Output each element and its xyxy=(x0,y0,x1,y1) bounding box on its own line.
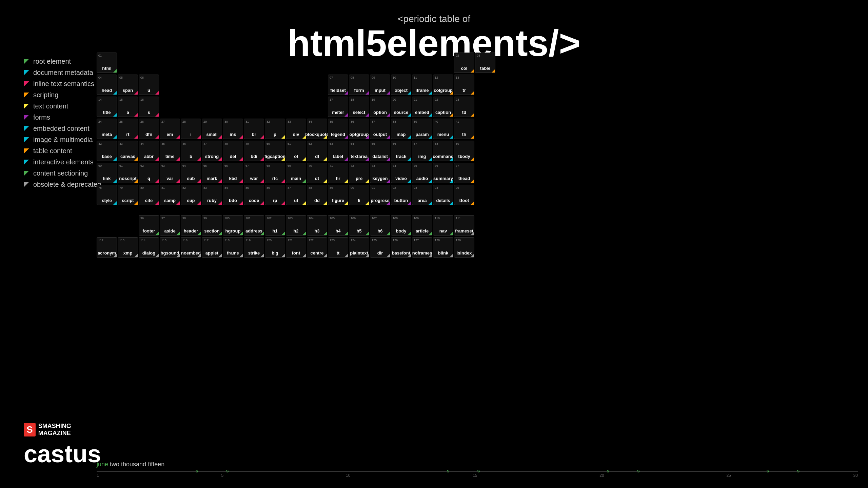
element-number: 97 xyxy=(161,217,165,220)
element-number: 10 xyxy=(393,76,396,79)
element-corner xyxy=(134,201,138,205)
element-cell-head: 04head xyxy=(97,75,117,95)
element-number: 71 xyxy=(330,164,333,167)
element-cell-dfn: 26dfn xyxy=(139,119,159,139)
element-corner xyxy=(429,135,432,139)
element-cell-font: 121font xyxy=(286,237,306,258)
element-number: 15 xyxy=(119,98,123,101)
legend-label: table content xyxy=(33,147,72,155)
element-corner xyxy=(281,135,285,139)
element-number: 116 xyxy=(182,239,188,242)
element-number: 88 xyxy=(309,186,312,189)
element-cell-ul: 87ul xyxy=(286,185,306,205)
element-corner xyxy=(323,157,327,161)
element-name: p xyxy=(274,132,276,137)
element-cell-mark: 65mark xyxy=(202,163,222,183)
element-name: ins xyxy=(230,132,236,137)
element-number: 31 xyxy=(245,120,249,123)
element-cell-legend: 35legend xyxy=(328,119,348,139)
element-corner xyxy=(344,113,348,117)
element-cell-link: 60link xyxy=(97,163,117,183)
legend-color-interactive xyxy=(24,160,29,165)
legend-color-obsolete xyxy=(24,182,29,187)
element-name: ol xyxy=(294,154,298,159)
element-name: span xyxy=(123,88,133,93)
element-corner xyxy=(260,179,264,183)
element-corner xyxy=(366,232,369,235)
element-corner xyxy=(113,135,117,139)
element-number: 69 xyxy=(288,164,291,167)
element-corner xyxy=(113,179,117,183)
s-marker: s xyxy=(226,468,229,473)
element-number: 101 xyxy=(245,217,251,220)
element-name: br xyxy=(252,132,256,137)
element-name: param xyxy=(415,132,429,137)
element-number: 124 xyxy=(351,239,356,242)
element-corner xyxy=(197,157,201,161)
element-cell-h6: 107h6 xyxy=(370,215,390,236)
element-cell-script: 79script xyxy=(118,185,138,205)
element-cell-sub: 64sub xyxy=(181,163,201,183)
element-cell-rp: 86rp xyxy=(265,185,285,205)
element-number: 110 xyxy=(435,217,440,220)
element-cell-keygen: 73keygen xyxy=(370,163,390,183)
element-cell-rtc: 68rtc xyxy=(265,163,285,183)
element-name: u xyxy=(147,88,150,93)
element-name: keygen xyxy=(373,176,388,181)
legend-label: interactive elements xyxy=(33,158,94,166)
element-cell-area: 93area xyxy=(412,185,432,205)
s-marker: s xyxy=(607,468,609,473)
element-number: 57 xyxy=(414,142,417,145)
element-name: embed xyxy=(415,110,429,115)
element-number: 41 xyxy=(456,120,459,123)
element-name: dd xyxy=(314,198,320,203)
element-corner xyxy=(113,91,117,95)
element-corner xyxy=(387,201,390,205)
element-name: i xyxy=(190,132,192,137)
element-number: 43 xyxy=(119,142,123,145)
element-number: 35 xyxy=(330,120,333,123)
element-corner xyxy=(134,91,138,95)
legend-label: text content xyxy=(33,102,68,110)
element-corner xyxy=(239,201,243,205)
element-corner xyxy=(471,179,474,183)
element-corner xyxy=(260,157,264,161)
element-name: centre xyxy=(310,251,323,255)
element-name: h4 xyxy=(335,229,340,233)
element-cell-div: 33div xyxy=(286,119,306,139)
element-number: 77 xyxy=(456,164,459,167)
element-cell-u: 06u xyxy=(139,75,159,95)
legend-label: inline text semantics xyxy=(33,80,94,88)
element-number: 48 xyxy=(224,142,228,145)
element-corner xyxy=(323,135,327,139)
element-corner xyxy=(387,254,390,257)
element-corner xyxy=(302,157,306,161)
element-name: map xyxy=(397,132,406,137)
element-name: input xyxy=(375,88,386,93)
element-cell-dl: 52dl xyxy=(307,141,327,161)
element-number: 115 xyxy=(161,239,166,242)
element-corner xyxy=(408,157,411,161)
element-cell-nav: 110nav xyxy=(433,215,453,236)
element-cell-style: 78style xyxy=(97,185,117,205)
element-corner xyxy=(302,179,306,183)
element-cell-dd: 88dd xyxy=(307,185,327,205)
element-cell-a: 15a xyxy=(118,97,138,117)
legend-label: embedded content xyxy=(33,125,90,133)
element-name: wbr xyxy=(250,176,258,181)
legend-color-embedded xyxy=(24,126,29,131)
element-number: 120 xyxy=(267,239,272,242)
element-corner xyxy=(176,179,180,183)
element-cell-address: 101address xyxy=(244,215,264,236)
element-cell-plaintext: 124plaintext xyxy=(349,237,369,258)
element-number: 78 xyxy=(98,186,102,189)
element-name: ul xyxy=(294,198,298,203)
element-cell-thead: 77thead xyxy=(454,163,474,183)
element-number: 09 xyxy=(372,76,375,79)
element-corner xyxy=(134,113,138,117)
element-name: div xyxy=(293,132,299,137)
element-name: th xyxy=(462,132,466,137)
element-name: font xyxy=(292,251,300,255)
element-corner xyxy=(387,232,390,235)
element-number: 114 xyxy=(140,239,145,242)
